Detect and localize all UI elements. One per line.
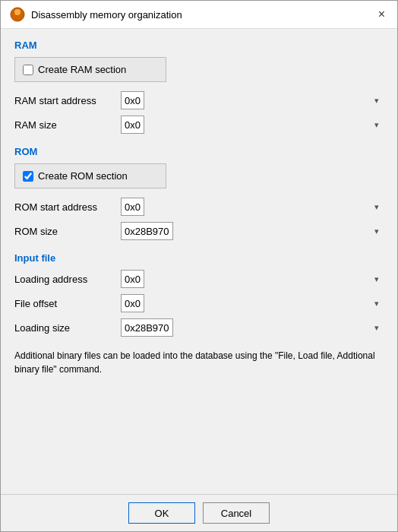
ram-checkbox-row[interactable]: Create RAM section [14, 57, 166, 82]
rom-start-address-row: ROM start address 0x0 [14, 198, 384, 216]
cancel-button[interactable]: Cancel [203, 502, 270, 524]
ram-checkbox[interactable] [23, 65, 33, 75]
rom-section-label: ROM [14, 146, 384, 157]
ram-section-label: RAM [14, 40, 384, 51]
file-offset-wrapper: 0x0 [121, 294, 384, 312]
close-button[interactable]: × [375, 8, 388, 21]
ram-start-address-label: RAM start address [14, 95, 121, 106]
dialog: Disassembly memory organization × RAM Cr… [0, 0, 398, 532]
title-bar: Disassembly memory organization × [1, 1, 397, 29]
dialog-footer: OK Cancel [1, 494, 397, 531]
ram-size-wrapper: 0x0 [121, 116, 384, 134]
ok-button[interactable]: OK [128, 502, 195, 524]
rom-size-row: ROM size 0x28B970 [14, 222, 384, 240]
svg-point-1 [14, 9, 21, 15]
rom-start-address-wrapper: 0x0 [121, 198, 384, 216]
loading-size-select[interactable]: 0x28B970 [121, 318, 173, 337]
rom-checkbox-label: Create ROM section [38, 170, 128, 182]
ram-start-address-select[interactable]: 0x0 [121, 91, 144, 109]
input-file-section: Input file Loading address 0x0 File offs… [14, 252, 384, 337]
loading-address-select[interactable]: 0x0 [121, 270, 144, 288]
loading-size-row: Loading size 0x28B970 [14, 318, 384, 337]
dialog-title: Disassembly memory organization [31, 9, 369, 21]
rom-checkbox-row[interactable]: Create ROM section [14, 163, 166, 188]
file-offset-label: File offset [14, 298, 121, 309]
ram-start-address-row: RAM start address 0x0 [14, 91, 384, 109]
loading-size-label: Loading size [14, 322, 121, 334]
rom-checkbox[interactable] [23, 171, 33, 182]
rom-start-address-label: ROM start address [14, 201, 121, 213]
rom-section: ROM Create ROM section ROM start address… [14, 146, 384, 240]
dialog-content: RAM Create RAM section RAM start address… [1, 29, 397, 494]
rom-size-select[interactable]: 0x28B970 [121, 222, 173, 240]
dialog-icon [10, 7, 25, 22]
ram-size-row: RAM size 0x0 [14, 116, 384, 134]
loading-address-wrapper: 0x0 [121, 270, 384, 288]
file-offset-row: File offset 0x0 [14, 294, 384, 312]
rom-size-wrapper: 0x28B970 [121, 222, 384, 240]
loading-address-label: Loading address [14, 274, 121, 285]
info-text: Additional binary files can be loaded in… [14, 349, 384, 376]
ram-size-label: RAM size [14, 119, 121, 131]
rom-start-address-select[interactable]: 0x0 [121, 198, 144, 216]
file-offset-select[interactable]: 0x0 [121, 294, 144, 312]
ram-section: RAM Create RAM section RAM start address… [14, 40, 384, 134]
rom-size-label: ROM size [14, 226, 121, 237]
ram-checkbox-label: Create RAM section [38, 64, 126, 75]
ram-size-select[interactable]: 0x0 [121, 116, 144, 134]
input-file-label: Input file [14, 252, 384, 264]
loading-address-row: Loading address 0x0 [14, 270, 384, 288]
ram-start-address-wrapper: 0x0 [121, 91, 384, 109]
loading-size-wrapper: 0x28B970 [121, 318, 384, 337]
